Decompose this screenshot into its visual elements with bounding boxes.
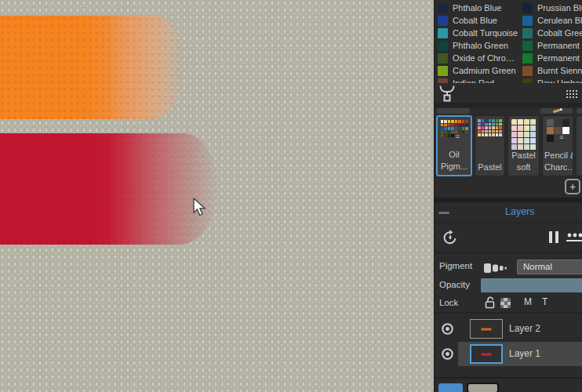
- color-swatch[interactable]: [522, 28, 533, 38]
- preset-group-label: Pastel: [510, 150, 537, 162]
- preset-tag-chip[interactable]: [576, 107, 582, 114]
- color-name: Cobalt Green: [537, 28, 582, 38]
- mouse-cursor-icon: [193, 198, 207, 218]
- preset-group-card[interactable]: WPi: [576, 115, 582, 176]
- color-name: Permanent Green: [537, 41, 582, 50]
- color-item[interactable]: Cobalt Turquoise: [438, 27, 521, 39]
- color-item[interactable]: Phthalo Blue: [438, 2, 521, 14]
- color-name: Cadmium Green: [453, 66, 516, 75]
- unlock-icon[interactable]: [485, 296, 496, 309]
- layer-thumbnail-mark: [482, 353, 492, 355]
- grid-view-icon[interactable]: [565, 89, 577, 98]
- color-item[interactable]: Oxide of Chromium: [438, 52, 521, 64]
- preset-group-card[interactable]: Pastel: [475, 115, 505, 176]
- color-item[interactable]: Burnt Sienna: [522, 64, 582, 77]
- add-preset-group-button[interactable]: +: [565, 179, 580, 194]
- color-list-column-left: Phthalo BlueCobalt BlueCobalt TurquoiseP…: [438, 2, 521, 83]
- layer-properties: Pigment Normal Opacity Lock M T: [435, 253, 582, 312]
- color-swatch[interactable]: [522, 16, 533, 26]
- wet-layer-icon[interactable]: [566, 231, 582, 244]
- color-name: Cobalt Turquoise: [453, 28, 518, 38]
- bottom-swatch-blue[interactable]: [438, 383, 463, 392]
- brush-stamp-icon[interactable]: [484, 263, 507, 274]
- preset-group-label: Oil: [439, 149, 469, 161]
- color-item[interactable]: Cadmium Green: [438, 64, 521, 77]
- opacity-label: Opacity: [439, 280, 470, 289]
- color-swatch[interactable]: [522, 53, 533, 64]
- color-swatch[interactable]: [438, 41, 448, 51]
- color-name: Phthalo Green: [453, 41, 508, 50]
- list-view-icon: ≡: [455, 134, 461, 140]
- pause-diffusion-icon[interactable]: [549, 231, 559, 243]
- divider: [435, 377, 582, 379]
- paint-stroke-red: [0, 133, 216, 245]
- layer-thumbnail[interactable]: [470, 344, 503, 364]
- color-name: Phthalo Blue: [453, 3, 501, 13]
- color-swatch[interactable]: [522, 66, 533, 76]
- preset-palette-grid: ≡: [547, 119, 569, 142]
- pigment-set-icon[interactable]: [439, 84, 455, 102]
- color-swatch[interactable]: [522, 3, 533, 13]
- lock-m-button[interactable]: M: [524, 296, 532, 307]
- layer-visibility-eye-icon[interactable]: [441, 322, 454, 339]
- color-swatch[interactable]: [438, 16, 448, 26]
- preset-tag-row: [435, 107, 582, 115]
- brush-icon: [553, 109, 560, 114]
- preset-group-label: Charc...: [544, 162, 571, 173]
- color-swatch[interactable]: [438, 28, 448, 38]
- collapse-handle-icon[interactable]: [438, 212, 449, 214]
- preset-group-label: soft: [510, 162, 537, 173]
- preset-tag-chip[interactable]: [540, 107, 573, 114]
- preset-palette-grid: ≡: [441, 120, 468, 140]
- preset-group-label: W: [578, 150, 582, 162]
- preset-group-card[interactable]: ≡Pencil &Charc...: [542, 115, 573, 176]
- layer-thumbnail-mark: [482, 328, 492, 330]
- right-panel: Phthalo BlueCobalt BlueCobalt TurquoiseP…: [434, 0, 582, 392]
- color-item[interactable]: Phthalo Green: [438, 39, 521, 52]
- layers-toolbar: [435, 223, 582, 252]
- layers-panel-title: Layers: [505, 206, 535, 217]
- opacity-slider[interactable]: [481, 278, 582, 292]
- preset-group-card[interactable]: Pastelsoft: [507, 115, 540, 176]
- color-item[interactable]: Prussian Blue: [522, 2, 582, 14]
- preset-group-label: Pigm...: [439, 161, 469, 172]
- lock-t-button[interactable]: T: [542, 296, 547, 307]
- layer-name: Layer 1: [509, 348, 540, 359]
- color-swatch[interactable]: [438, 66, 448, 76]
- layer-row[interactable]: Layer 2: [435, 317, 582, 341]
- layer-row[interactable]: Layer 1: [435, 342, 582, 366]
- color-swatch[interactable]: [438, 53, 448, 64]
- layer-thumbnail[interactable]: [470, 319, 503, 339]
- color-swatch[interactable]: [522, 41, 533, 51]
- paint-stroke-orange: [0, 16, 183, 119]
- color-name: Prussian Blue: [537, 3, 582, 13]
- visibility-cycle-icon[interactable]: [442, 230, 458, 245]
- color-list-column-right: Prussian BlueCerulean BlueCobalt GreenPe…: [522, 2, 582, 83]
- color-list-toolbar: [435, 82, 582, 103]
- color-item[interactable]: Cerulean Blue: [522, 14, 582, 27]
- layer-name: Layer 2: [509, 323, 540, 334]
- preset-tag-chip[interactable]: [436, 107, 471, 114]
- color-item[interactable]: Permanent Green: [522, 52, 582, 64]
- lock-label: Lock: [439, 298, 458, 307]
- canvas-area[interactable]: [0, 0, 434, 392]
- layer-visibility-eye-icon[interactable]: [441, 347, 454, 364]
- layers-header: Layers: [435, 202, 582, 223]
- blend-mode-label: Pigment: [439, 261, 472, 270]
- alpha-checker-icon[interactable]: [500, 298, 511, 308]
- preset-group-row: ≡OilPigm...PastelPastelsoft≡Pencil &Char…: [435, 115, 582, 178]
- color-name: Burnt Sienna: [537, 66, 582, 75]
- bottom-swatch-gray[interactable]: [467, 383, 499, 392]
- color-item[interactable]: Cobalt Blue: [438, 14, 521, 27]
- color-swatch[interactable]: [438, 3, 448, 13]
- color-item[interactable]: Cobalt Green: [522, 27, 582, 39]
- app-window: Phthalo BlueCobalt BlueCobalt TurquoiseP…: [0, 0, 582, 392]
- color-item[interactable]: Permanent Green: [522, 39, 582, 52]
- color-name: Cerulean Blue: [537, 16, 582, 25]
- preset-group-label: Pencil &: [544, 150, 571, 162]
- color-name: Oxide of Chromium: [453, 53, 519, 63]
- blend-mode-dropdown[interactable]: Normal: [517, 260, 582, 274]
- layer-list: Layer 2Layer 1: [435, 314, 582, 376]
- preset-group-card[interactable]: ≡OilPigm...: [436, 115, 472, 176]
- color-set-list: Phthalo BlueCobalt BlueCobalt TurquoiseP…: [435, 0, 582, 83]
